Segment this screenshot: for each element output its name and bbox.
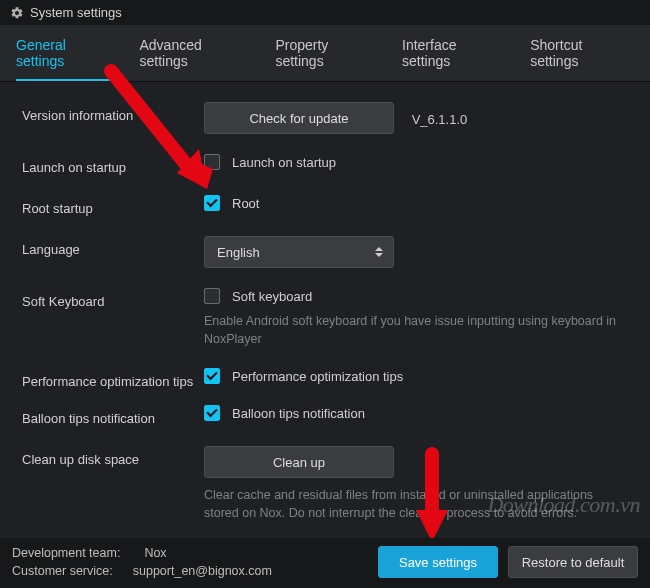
settings-content: Version information Check for update V_6… (0, 82, 650, 523)
row-launch-startup: Launch on startup Launch on startup (22, 154, 628, 175)
dev-team-label: Development team: (12, 546, 120, 560)
hint-cleanup: Clear cache and residual files from inst… (204, 486, 628, 522)
row-language: Language English (22, 236, 628, 268)
checkbox-performance-tips[interactable] (204, 368, 220, 384)
tab-general-settings[interactable]: General settings (16, 25, 118, 81)
tab-property-settings[interactable]: Property settings (275, 25, 380, 81)
window-title: System settings (30, 5, 122, 20)
footer: Development team: Nox Customer service: … (0, 538, 650, 588)
tabs: General settings Advanced settings Prope… (0, 25, 650, 82)
cleanup-button[interactable]: Clean up (204, 446, 394, 478)
support-label: Customer service: (12, 564, 113, 578)
checkbox-root[interactable] (204, 195, 220, 211)
check-update-button[interactable]: Check for update (204, 102, 394, 134)
row-performance-tips: Performance optimization tips Performanc… (22, 368, 628, 389)
row-version: Version information Check for update V_6… (22, 102, 628, 134)
label-launch-startup: Launch on startup (22, 154, 204, 175)
label-cleanup: Clean up disk space (22, 446, 204, 467)
label-root-startup: Root startup (22, 195, 204, 216)
version-value: V_6.1.1.0 (412, 112, 468, 127)
gear-icon (10, 6, 24, 20)
label-balloon-tips: Balloon tips notification (22, 405, 204, 426)
support-value: support_en@bignox.com (133, 564, 272, 578)
tab-advanced-settings[interactable]: Advanced settings (140, 25, 254, 81)
checkbox-label-performance-tips: Performance optimization tips (232, 369, 403, 384)
row-root-startup: Root startup Root (22, 195, 628, 216)
chevron-updown-icon (375, 247, 383, 257)
language-select[interactable]: English (204, 236, 394, 268)
checkbox-label-balloon-tips: Balloon tips notification (232, 406, 365, 421)
dev-team-value: Nox (144, 546, 166, 560)
label-version: Version information (22, 102, 204, 123)
label-performance-tips: Performance optimization tips (22, 368, 204, 389)
checkbox-label-root: Root (232, 196, 259, 211)
checkbox-label-launch-startup: Launch on startup (232, 155, 336, 170)
tab-interface-settings[interactable]: Interface settings (402, 25, 508, 81)
row-balloon-tips: Balloon tips notification Balloon tips n… (22, 405, 628, 426)
restore-default-button[interactable]: Restore to default (508, 546, 638, 578)
checkbox-label-soft-keyboard: Soft keyboard (232, 289, 312, 304)
row-soft-keyboard: Soft Keyboard Soft keyboard Enable Andro… (22, 288, 628, 348)
checkbox-soft-keyboard[interactable] (204, 288, 220, 304)
hint-soft-keyboard: Enable Android soft keyboard if you have… (204, 312, 628, 348)
label-soft-keyboard: Soft Keyboard (22, 288, 204, 309)
row-cleanup: Clean up disk space Clean up Clear cache… (22, 446, 628, 522)
save-settings-button[interactable]: Save settings (378, 546, 498, 578)
checkbox-balloon-tips[interactable] (204, 405, 220, 421)
titlebar: System settings (0, 0, 650, 25)
checkbox-launch-startup[interactable] (204, 154, 220, 170)
tab-shortcut-settings[interactable]: Shortcut settings (530, 25, 634, 81)
language-value: English (217, 245, 260, 260)
label-language: Language (22, 236, 204, 257)
